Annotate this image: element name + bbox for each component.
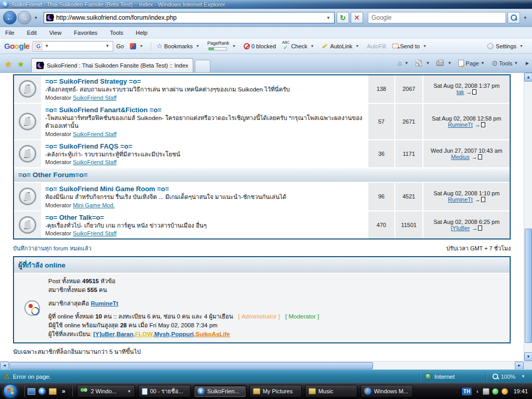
online-user-link[interactable]: SuikoAsLife [195, 331, 230, 337]
zoom-control[interactable]: 100% ▼ [493, 374, 527, 380]
menu-view[interactable]: View [49, 30, 62, 36]
latest-post-page-icon[interactable] [478, 154, 482, 159]
moderator-link[interactable]: SuikoFriend Staff [73, 230, 116, 236]
last-post-user-link[interactable]: tak [457, 89, 464, 95]
language-indicator[interactable]: TH [462, 388, 472, 395]
back-button[interactable]: ← [3, 11, 17, 24]
quick-launch-overflow-icon[interactable]: » [62, 388, 65, 395]
online-user-link[interactable]: Mysh [154, 331, 171, 337]
quick-launch-ie-icon[interactable]: e [38, 388, 46, 395]
menu-favorites[interactable]: Favorites [74, 30, 97, 36]
tray-collapse-icon[interactable]: ‹ [476, 389, 478, 394]
tray-hardware-icon[interactable] [483, 388, 489, 395]
forum-link[interactable]: =o= Other Talk=o= [45, 214, 363, 221]
latest-post-page-icon[interactable] [472, 89, 476, 95]
google-apps-icon[interactable]: ▼ [130, 43, 144, 49]
mark-forums-read-link[interactable]: บันทึกว่าอ่านทุก forum หมดแล้ว [13, 244, 91, 253]
menu-help[interactable]: Help [136, 30, 148, 36]
page-menu-button[interactable]: Page▼ [458, 60, 486, 66]
taskbar-button-my-pictures[interactable]: My Pictures [249, 385, 302, 397]
address-dropdown-icon[interactable]: ▼ [325, 16, 332, 20]
vertical-scrollbar[interactable]: ▲ ▼ [524, 73, 532, 361]
scroll-right-button[interactable]: ► [515, 362, 524, 370]
google-search-input[interactable]: G▼▼ [33, 41, 113, 51]
send-to-button[interactable]: Send to▼ [392, 43, 428, 49]
tray-update-icon[interactable] [501, 388, 508, 395]
show-desktop-icon[interactable] [28, 388, 35, 395]
latest-post-page-icon[interactable] [481, 122, 485, 127]
refresh-button[interactable]: ↻ [337, 12, 349, 23]
search-input[interactable] [371, 14, 506, 21]
scroll-left-button[interactable]: ◄ [0, 362, 9, 370]
online-user-link[interactable]: [Y]uBer [93, 331, 116, 337]
taskbar-button-windows-group[interactable]: 2 Windo... ▼ [77, 385, 135, 397]
history-dropdown-icon[interactable]: ▼ [32, 16, 39, 20]
menu-tools[interactable]: Tools [110, 30, 124, 36]
taskbar-button-document[interactable]: 00 - รายชื่อ... [138, 385, 191, 397]
new-tab-button[interactable] [195, 60, 210, 72]
tray-messenger-icon[interactable] [492, 388, 499, 395]
warning-icon[interactable]: ⚠ [4, 373, 10, 380]
category-title[interactable]: =o= Other Forum=o= [18, 171, 88, 179]
latest-post-page-icon[interactable] [478, 225, 482, 231]
autofill-button[interactable]: AutoFill [367, 43, 386, 49]
settings-button[interactable]: Settings▼ [487, 43, 525, 49]
add-favorite-button[interactable]: ★ [15, 58, 27, 71]
forward-button[interactable]: → [18, 11, 31, 24]
tab-suikofriend[interactable]: SuikoFriend : Thai Suikoden Fansite (Bet… [31, 58, 193, 72]
moderator-link[interactable]: SuikoFriend Staff [73, 131, 116, 137]
home-button[interactable]: ⌂▼ [398, 59, 410, 67]
moderator-link[interactable]: SuikoFriend Staff [73, 95, 116, 101]
menu-file[interactable]: File [5, 30, 15, 36]
forum-link[interactable]: =o= SuikoFriend Mini Game Room =o= [45, 185, 363, 193]
search-dropdown-icon[interactable]: ▼ [522, 16, 529, 20]
taskbar-button-suikofriend[interactable]: e SuikoFrien... [194, 385, 246, 397]
online-user-link[interactable]: Baran [116, 331, 135, 337]
address-input[interactable]: http://www.suikofriend.com/forum/index.p… [56, 14, 325, 21]
newest-member-link[interactable]: RumineTt [91, 300, 118, 307]
google-go-button[interactable]: Go [116, 43, 124, 49]
last-post-user-link[interactable]: RumineTt [448, 196, 473, 203]
last-post-user-link[interactable]: Medius [451, 154, 469, 160]
tools-menu-button[interactable]: ⚙Tools▼ [491, 59, 520, 68]
forum-link[interactable]: =o= SuikoFriend Fanart&Fiction =o= [45, 106, 363, 114]
scroll-up-button[interactable]: ▲ [524, 73, 532, 82]
status-message[interactable]: Error on page. [13, 374, 51, 380]
zoom-dropdown-icon[interactable]: ▼ [520, 374, 527, 379]
bookmarks-button[interactable]: ☆Bookmarks▼ [156, 42, 201, 50]
latest-post-page-icon[interactable] [481, 197, 485, 202]
taskbar-button-music[interactable]: Music [305, 385, 357, 397]
stop-button[interactable]: ✕ [351, 12, 363, 23]
forum-link[interactable]: =o= SuikoFriend FAQS =o= [45, 142, 363, 150]
autolink-button[interactable]: AutoLink▼ [322, 43, 361, 49]
online-user-link[interactable]: Poppuri [171, 331, 196, 337]
search-go-button[interactable] [508, 12, 520, 23]
latest-post-arrow-icon[interactable]: → [475, 196, 481, 203]
favorites-center-button[interactable]: ★ [2, 58, 15, 71]
scroll-down-button[interactable]: ▼ [524, 352, 532, 361]
spellcheck-button[interactable]: ABC✓Check▼ [282, 41, 316, 51]
command-overflow-icon[interactable]: ► [525, 60, 530, 66]
latest-post-arrow-icon[interactable]: → [466, 89, 472, 95]
quick-launch-folder-icon[interactable] [49, 388, 57, 395]
online-user-link[interactable]: FLOW [135, 331, 154, 337]
vertical-scroll-thumb[interactable] [525, 229, 532, 343]
pagerank-button[interactable]: PageRank▼ [207, 41, 237, 51]
last-post-user-link[interactable]: [Y]uBer [451, 225, 470, 231]
address-bar[interactable]: http://www.suikofriend.com/forum/index.p… [44, 12, 335, 23]
menu-edit[interactable]: Edit [27, 30, 37, 36]
latest-post-arrow-icon[interactable]: → [472, 225, 477, 231]
search-box[interactable] [368, 12, 506, 23]
feeds-button[interactable]: ▼ [415, 60, 431, 66]
horizontal-scrollbar[interactable]: ◄ ► [0, 361, 524, 369]
start-button[interactable] [3, 384, 18, 398]
latest-post-arrow-icon[interactable]: → [475, 122, 481, 128]
taskbar-button-windows-media[interactable]: Windows M... [361, 385, 413, 397]
print-button[interactable]: ▼ [436, 61, 453, 66]
latest-post-arrow-icon[interactable]: → [472, 154, 477, 160]
forum-link[interactable]: =o= SuikoFriend Strategy =o= [45, 77, 363, 85]
popup-blocker-button[interactable]: 0 blocked [244, 43, 276, 49]
last-post-user-link[interactable]: RumineTt [448, 122, 473, 128]
moderator-link[interactable]: Mini Game Mod. [73, 202, 115, 208]
horizontal-scroll-thumb[interactable] [9, 362, 373, 369]
